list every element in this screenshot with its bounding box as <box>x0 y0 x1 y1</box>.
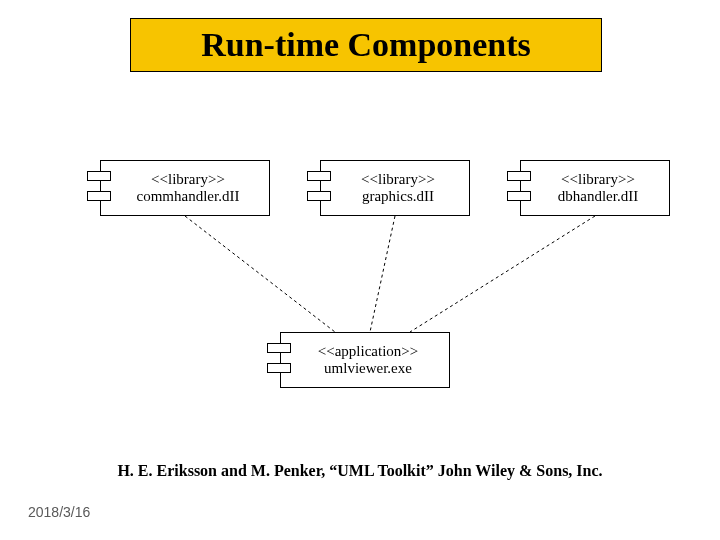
component-tab-icon <box>267 363 291 373</box>
component-tab-icon <box>507 191 531 201</box>
citation-text: H. E. Eriksson and M. Penker, “UML Toolk… <box>0 462 720 480</box>
component-name: umlviewer.exe <box>324 360 412 377</box>
component-tab-icon <box>267 343 291 353</box>
slide-date: 2018/3/16 <box>28 504 90 520</box>
svg-line-2 <box>410 216 595 332</box>
slide-title: Run-time Components <box>201 26 531 64</box>
component-tab-icon <box>87 171 111 181</box>
component-tab-icon <box>507 171 531 181</box>
component-stereotype: <<library>> <box>561 171 635 188</box>
component-graphics: <<library>> graphics.dII <box>320 160 470 216</box>
slide: Run-time Components <<library>> commhand… <box>0 0 720 540</box>
svg-line-0 <box>185 216 335 332</box>
dependency-lines <box>0 0 720 540</box>
component-umlviewer: <<application>> umlviewer.exe <box>280 332 450 388</box>
component-tab-icon <box>307 191 331 201</box>
title-banner: Run-time Components <box>130 18 602 72</box>
component-name: commhandler.dII <box>137 188 240 205</box>
component-tab-icon <box>87 191 111 201</box>
component-name: graphics.dII <box>362 188 434 205</box>
component-stereotype: <<library>> <box>151 171 225 188</box>
component-stereotype: <<library>> <box>361 171 435 188</box>
component-dbhandler: <<library>> dbhandler.dII <box>520 160 670 216</box>
component-commhandler: <<library>> commhandler.dII <box>100 160 270 216</box>
svg-line-1 <box>370 216 395 332</box>
component-tab-icon <box>307 171 331 181</box>
component-stereotype: <<application>> <box>318 343 418 360</box>
component-name: dbhandler.dII <box>558 188 638 205</box>
